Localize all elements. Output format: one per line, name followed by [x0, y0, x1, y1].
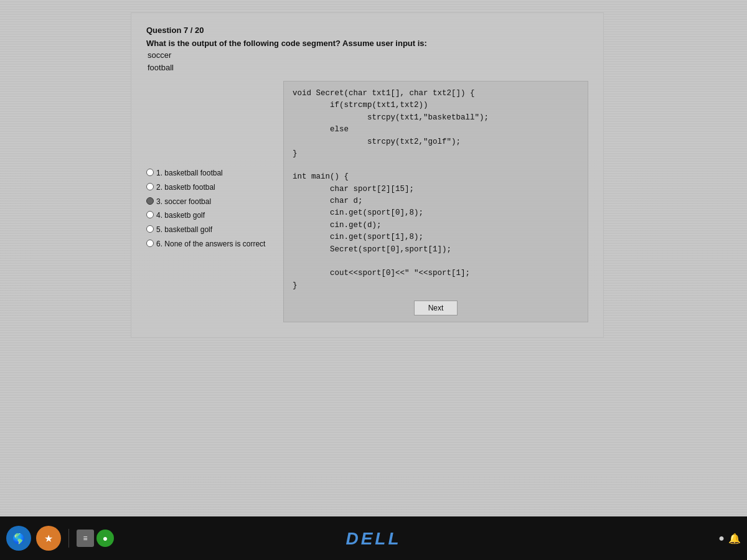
main-code: int main() { char sport[2][15]; char d; …: [293, 171, 579, 292]
answer-option-5[interactable]: 5. basketball golf: [146, 225, 271, 235]
answers-panel: 1. basketball footbal 2. basketb footbal…: [146, 81, 271, 322]
taskbar-right: ● 🔔: [718, 533, 741, 544]
content-area: 1. basketball footbal 2. basketb footbal…: [146, 81, 588, 322]
user-input-football: football: [148, 62, 588, 74]
radio-3[interactable]: [146, 197, 154, 205]
answer-option-3[interactable]: 3. soccer footbal: [146, 197, 271, 207]
code-panel: void Secret(char txt1[], char txt2[]) { …: [283, 81, 588, 322]
taskbar: 🌎 ★ ≡ ● DELL ● 🔔: [0, 516, 747, 560]
taskbar-icon-1[interactable]: 🌎: [6, 526, 31, 551]
taskbar-icon-group: ≡ ●: [77, 530, 114, 547]
taskbar-separator-1: [68, 529, 69, 548]
taskbar-icon-3-glyph: ≡: [83, 534, 87, 543]
taskbar-icon-1-glyph: 🌎: [12, 533, 25, 544]
answer-option-1[interactable]: 1. basketball footbal: [146, 168, 271, 179]
taskbar-icon-2[interactable]: ★: [36, 526, 61, 551]
radio-1[interactable]: [146, 169, 154, 176]
answer-label-5: 5. basketball golf: [156, 225, 212, 235]
next-button[interactable]: Next: [414, 301, 458, 315]
user-input-soccer: soccer: [148, 49, 588, 62]
answer-option-6[interactable]: 6. None of the answers is correct: [146, 239, 271, 250]
taskbar-icon-4[interactable]: ●: [96, 530, 114, 547]
answer-label-4: 4. basketb golf: [156, 210, 205, 221]
function-code: void Secret(char txt1[], char txt2[]) { …: [293, 88, 579, 160]
taskbar-icon-4-glyph: ●: [103, 533, 108, 543]
quiz-panel: Question 7 / 20 What is the output of th…: [131, 12, 604, 338]
radio-4[interactable]: [146, 211, 154, 218]
radio-6[interactable]: [146, 240, 154, 247]
taskbar-icon-right-1: ●: [718, 533, 725, 544]
answer-label-2: 2. basketb footbal: [156, 182, 215, 193]
answer-label-6: 6. None of the answers is correct: [156, 239, 265, 250]
radio-2[interactable]: [146, 183, 154, 190]
answer-label-3: 3. soccer footbal: [156, 197, 211, 207]
question-number: Question 7 / 20: [146, 26, 588, 35]
answer-option-2[interactable]: 2. basketb footbal: [146, 182, 271, 193]
answer-label-1: 1. basketball footbal: [156, 168, 223, 179]
taskbar-icon-3[interactable]: ≡: [77, 530, 94, 547]
question-text: What is the output of the following code…: [146, 39, 588, 48]
answer-option-4[interactable]: 4. basketb golf: [146, 210, 271, 221]
taskbar-icon-2-glyph: ★: [44, 533, 53, 544]
taskbar-icon-right-2: 🔔: [728, 533, 741, 544]
next-button-area: Next: [293, 301, 579, 315]
dell-logo: DELL: [345, 529, 401, 549]
radio-5[interactable]: [146, 225, 154, 233]
